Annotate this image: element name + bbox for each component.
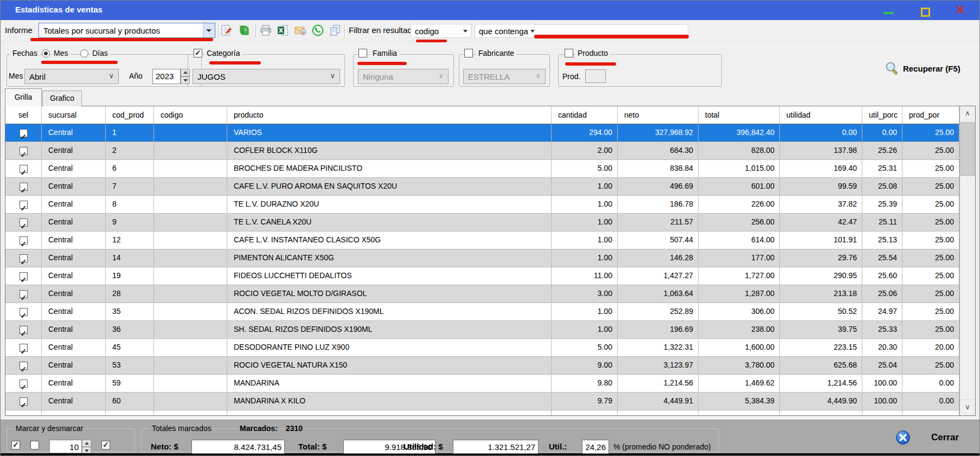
row-select-checkbox[interactable]: [20, 201, 28, 209]
cell-util_porc: 25.39: [862, 196, 902, 213]
table-row[interactable]: Central35ACON. SEDAL RIZOS DEFINIDOS X19…: [5, 303, 959, 321]
copy-icon[interactable]: [329, 24, 341, 36]
categoria-select[interactable]: JUGOS ∨: [193, 69, 340, 84]
table-row[interactable]: Central45DESODORANTE PINO LUZ X9005.001,…: [5, 339, 959, 357]
informe-select[interactable]: Totales por sucursal y productos: [39, 23, 215, 38]
recuperar-button[interactable]: Recuperar (F5): [878, 58, 979, 80]
maximize-icon[interactable]: [921, 8, 930, 17]
table-row[interactable]: Central9TE L.V. CANELA X20U1.00211.57256…: [5, 214, 959, 232]
excel-export-icon[interactable]: X: [277, 24, 289, 36]
vertical-scrollbar[interactable]: ∧ ∨: [959, 106, 975, 415]
close-circle-icon[interactable]: [895, 430, 911, 447]
row-select-checkbox[interactable]: [20, 254, 28, 262]
cell-codigo: [154, 267, 227, 285]
column-header-sel[interactable]: sel: [5, 106, 42, 124]
mes-select[interactable]: Abril ∨: [24, 69, 119, 84]
recuperar-label: Recuperar (F5): [903, 64, 960, 73]
row-select-checkbox[interactable]: [20, 326, 28, 334]
filter-field-select[interactable]: codigo: [411, 24, 471, 38]
row-select-checkbox[interactable]: [20, 129, 28, 137]
column-header-cantidad[interactable]: cantidad: [552, 106, 618, 124]
table-row[interactable]: Central8TE L.V. DURAZNO X20U1.00186.7822…: [5, 196, 959, 214]
mes-radio[interactable]: [42, 49, 50, 57]
marcar-todos-checkbox[interactable]: [11, 441, 20, 449]
cell-util_porc: 0.00: [862, 124, 902, 142]
anio-input[interactable]: 2023: [152, 69, 181, 84]
producto-checkbox[interactable]: [565, 49, 573, 57]
dias-radio[interactable]: [80, 49, 88, 57]
util-input[interactable]: 24,26: [582, 440, 609, 454]
scroll-up-icon[interactable]: ∧: [960, 106, 975, 122]
informe-dropdown-arrow-icon[interactable]: [203, 23, 215, 37]
row-select-checkbox[interactable]: [20, 397, 28, 406]
marcar-extra-checkbox[interactable]: [101, 441, 110, 449]
table-row[interactable]: Central2COFLER BLOCK X110G2.00684.30828.…: [5, 142, 959, 160]
column-header-cod_prod[interactable]: cod_prod: [106, 106, 154, 124]
dropdown-arrow-icon: [463, 30, 467, 33]
neto-input[interactable]: 8.424.731,45: [191, 440, 285, 454]
cell-codigo: [154, 124, 227, 142]
table-row[interactable]: Central59MANDARINA9.801,214.561,469.621,…: [5, 375, 959, 393]
organizer-icon[interactable]: [238, 24, 250, 36]
utilidad-input[interactable]: 1.321.521,27: [453, 440, 539, 454]
row-select-checkbox[interactable]: [20, 147, 28, 155]
column-header-neto[interactable]: neto: [618, 106, 699, 124]
column-header-producto[interactable]: producto: [227, 106, 552, 124]
familia-select: Ninguna ∨: [358, 69, 449, 84]
table-row[interactable]: Central6BROCHES DE MADERA PINCILISTO5.00…: [5, 160, 959, 178]
annotation-underline-categoria: [209, 61, 261, 65]
spin-down-icon[interactable]: [82, 447, 91, 454]
email-icon[interactable]: @: [294, 24, 306, 36]
filter-operator-value: que contenga: [479, 27, 528, 36]
column-header-prod_por[interactable]: prod_por: [902, 106, 959, 124]
column-header-utilidad[interactable]: utilidad: [780, 106, 862, 124]
row-select-checkbox[interactable]: [20, 308, 28, 316]
table-row[interactable]: Central19FIDEOS LUCCHETTI DEDALITOS11.00…: [5, 267, 959, 285]
marcados-label: Marcados:: [238, 424, 280, 433]
marcar-cantidad-input[interactable]: 10: [49, 440, 82, 453]
row-select-checkbox[interactable]: [20, 219, 28, 227]
categoria-checkbox[interactable]: [194, 49, 202, 57]
column-header-total[interactable]: total: [699, 106, 780, 124]
fabricante-checkbox[interactable]: [464, 49, 473, 57]
marcar-cantidad-spinner[interactable]: [82, 440, 91, 453]
cell-util_porc: 25.26: [862, 142, 902, 159]
table-row[interactable]: Central60MANDARINA X KILO9.794,449.915,3…: [5, 393, 959, 410]
row-select-checkbox[interactable]: [20, 290, 28, 298]
print-icon[interactable]: [260, 24, 272, 36]
tab-grafico[interactable]: Grafico: [42, 91, 82, 106]
familia-checkbox[interactable]: [358, 49, 367, 57]
report-edit-icon[interactable]: [221, 24, 233, 36]
column-header-sucursal[interactable]: sucursal: [42, 106, 106, 124]
close-icon[interactable]: ✕: [955, 3, 965, 17]
row-select-checkbox[interactable]: [20, 165, 28, 173]
fechas-label: Fechas: [10, 49, 40, 57]
cerrar-button[interactable]: Cerrar: [931, 432, 959, 443]
spin-up-icon[interactable]: [82, 440, 91, 447]
filter-operator-select[interactable]: que contenga: [475, 24, 539, 38]
row-select-checkbox[interactable]: [20, 236, 28, 245]
desmarcar-todos-checkbox[interactable]: [30, 441, 39, 449]
scroll-down-icon[interactable]: ∨: [960, 400, 975, 415]
minimize-icon[interactable]: [883, 12, 894, 14]
table-row[interactable]: Central14PIMENTON ALICANTE X50G1.00146.2…: [5, 249, 959, 267]
row-select-checkbox[interactable]: [20, 272, 28, 280]
table-row[interactable]: Central53ROCIO VEGETAL NATURA X1509.003,…: [5, 357, 959, 375]
table-row[interactable]: Central28ROCIO VEGETAL MOLTO D/GIRASOL3.…: [5, 285, 959, 303]
scrollbar-thumb[interactable]: [960, 123, 975, 176]
search-icon: [885, 61, 900, 78]
row-select-checkbox[interactable]: [20, 183, 28, 191]
table-row[interactable]: Central36SH. SEDAL RIZOS DEFINIDOS X190M…: [5, 321, 959, 339]
row-select-checkbox[interactable]: [20, 344, 28, 352]
row-select-checkbox[interactable]: [20, 380, 28, 388]
column-header-codigo[interactable]: codigo: [154, 106, 227, 124]
table-row[interactable]: Central12CAFE L.V. INSTANTANEO CLASICO X…: [5, 232, 959, 249]
cell-producto: ACON. SEDAL RIZOS DEFINIDOS X190ML: [227, 303, 552, 320]
tab-grilla[interactable]: Grilla: [5, 88, 42, 106]
cell-cantidad: 9.80: [552, 375, 618, 392]
row-select-checkbox[interactable]: [20, 362, 28, 370]
whatsapp-icon[interactable]: [312, 24, 324, 36]
table-row[interactable]: Central1VARIOS294.00327,968.92396,842.40…: [5, 124, 959, 142]
column-header-util_porc[interactable]: util_porc: [862, 106, 902, 124]
table-row[interactable]: Central7CAFE L.V. PURO AROMA EN SAQUITOS…: [5, 178, 959, 196]
